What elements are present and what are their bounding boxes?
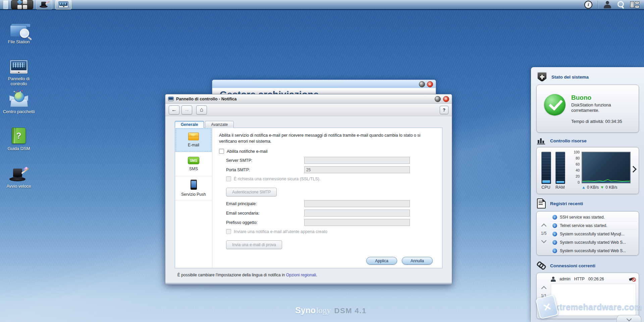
log-list: iSSH service was started. iTelnet servic… xyxy=(551,213,637,255)
desktop-icon-label: File Station xyxy=(0,39,38,44)
taskbar-item-quick-start[interactable] xyxy=(36,0,52,9)
nav-item-push-service[interactable]: Servizio Push xyxy=(175,176,212,200)
footnote: È possibile cambiare l'impostazione dell… xyxy=(177,273,317,277)
dialog-body: Generale Avanzate E-mail SMS SMS Servizi xyxy=(165,116,452,285)
log-row[interactable]: iSystem successfully started Web S... xyxy=(551,247,637,255)
pilot-view-icon[interactable]: i xyxy=(584,1,592,9)
send-test-email-button[interactable]: Invia una e-mail di prova xyxy=(226,240,282,249)
taskbar: i xyxy=(0,0,644,10)
recent-logs-widget: 1/5 iSSH service was started. iTelnet se… xyxy=(536,211,639,256)
panel-collapse-button[interactable] xyxy=(616,315,641,322)
package-center-icon xyxy=(9,91,28,107)
dialog-title: Pannello di controllo - Notifica xyxy=(176,97,432,101)
log-row[interactable]: iTelnet service was started. xyxy=(551,222,637,230)
minimize-button[interactable] xyxy=(419,81,425,87)
desktop-icon-quick-start[interactable]: Avvio veloce xyxy=(0,164,38,189)
enable-email-checkbox[interactable] xyxy=(219,149,224,154)
page-up-icon[interactable] xyxy=(541,224,546,229)
connections-list-area xyxy=(551,284,636,316)
tab-panel: E-mail SMS SMS Servizio Push Abilita il … xyxy=(175,128,442,268)
network-speeds: ▲ 0 KB/s ▼ 0 KB/s xyxy=(582,185,618,190)
field-label: Prefisso oggetto: xyxy=(226,220,304,225)
dsm-brand: Synology DSM 4.1 xyxy=(295,306,367,315)
file-station-icon xyxy=(10,24,28,37)
page-down-icon[interactable] xyxy=(541,301,546,306)
current-connections-widget: 1/1 admin HTTP 00:26:26 xyxy=(536,273,639,319)
system-status-header: Stato del sistema xyxy=(531,67,644,85)
smtp-auth-button[interactable]: Autenticazione SMTP xyxy=(226,188,277,196)
notify-new-user-checkbox[interactable] xyxy=(226,229,231,234)
smtp-server-input[interactable] xyxy=(304,157,410,164)
tab-bar: Generale Avanzate xyxy=(175,121,234,128)
nav-item-sms[interactable]: SMS SMS xyxy=(175,152,212,176)
close-icon[interactable]: × xyxy=(443,96,449,102)
field-label: Porta SMTP: xyxy=(226,168,304,172)
desktop-icon-label: Guida DSM xyxy=(0,146,38,151)
desktop-icon-control-panel[interactable]: Pannello di controllo xyxy=(0,56,38,86)
page-indicator: 1/5 xyxy=(541,231,547,236)
connection-row[interactable]: admin HTTP 00:26:26 xyxy=(551,275,636,283)
dialog-titlebar[interactable]: Pannello di controllo - Notifica × xyxy=(165,94,452,104)
log-row[interactable]: iSystem successfully started Web S... xyxy=(551,238,637,247)
network-axis: 100 80 60 40 20 0 xyxy=(569,150,580,184)
regional-options-link[interactable]: Opzioni regionali xyxy=(286,273,316,277)
secondary-email-input[interactable] xyxy=(304,210,410,217)
connection-protocol: HTTP xyxy=(574,277,585,281)
status-detail: DiskStation funziona correttamente. xyxy=(571,102,625,113)
page-up-icon[interactable] xyxy=(541,286,546,291)
search-icon[interactable] xyxy=(617,1,625,9)
dialog-toolbar: ← → ⌂ ? xyxy=(165,104,452,116)
cpu-meter xyxy=(541,152,551,184)
recent-logs-header: Registri recenti xyxy=(531,194,644,211)
tab-generale[interactable]: Generale xyxy=(175,121,204,128)
minimize-button[interactable] xyxy=(435,96,441,102)
desktop-icon-label: Avvio veloce xyxy=(0,184,38,189)
taskbar-tray: i xyxy=(584,1,641,9)
primary-email-input[interactable] xyxy=(304,200,410,207)
desktop-icon-label: Pannello di controllo xyxy=(0,76,38,86)
home-button[interactable]: ⌂ xyxy=(196,105,207,114)
page-down-icon[interactable] xyxy=(541,238,546,243)
user-icon[interactable] xyxy=(603,1,611,8)
tab-avanzate[interactable]: Avanzate xyxy=(205,121,234,128)
field-label: Email secondaria: xyxy=(226,211,304,216)
field-label: Email principale: xyxy=(226,201,304,206)
phone-icon xyxy=(191,180,197,190)
taskbar-item-control-panel[interactable] xyxy=(55,0,71,9)
subject-prefix-input[interactable] xyxy=(304,219,410,226)
main-menu-icon xyxy=(17,0,27,9)
widgets-icon[interactable] xyxy=(630,1,639,8)
current-connections-header: Connessioni correnti xyxy=(531,256,644,273)
apply-button[interactable]: Applica xyxy=(366,257,397,265)
nav-item-label: Servizio Push xyxy=(181,192,206,197)
resource-monitor-widget: CPU RAM 100 80 60 40 20 0 ▲ 0 KB/s ▼ xyxy=(536,147,639,194)
control-panel-icon xyxy=(58,1,68,8)
window-titlebar[interactable]: × xyxy=(212,80,436,88)
nav-item-email[interactable]: E-mail xyxy=(175,128,212,152)
info-icon: i xyxy=(552,248,557,253)
help-button[interactable]: ? xyxy=(440,106,448,114)
desktop-icon-package-center[interactable]: Centro pacchetti xyxy=(0,89,38,114)
forward-button[interactable]: → xyxy=(181,105,192,114)
desktop-icon-dsm-help[interactable]: ? Guida DSM xyxy=(0,126,38,151)
log-row[interactable]: iSSH service was started. xyxy=(551,213,637,222)
network-chart xyxy=(582,152,631,183)
ssl-checkbox[interactable] xyxy=(226,176,231,181)
close-icon[interactable]: × xyxy=(427,81,433,87)
desktop-icon-file-station[interactable]: File Station xyxy=(0,19,38,44)
form-description: Abilita il servizio di notifica e-mail p… xyxy=(219,132,435,144)
cancel-button[interactable]: Annulla xyxy=(402,257,433,265)
notification-nav: E-mail SMS SMS Servizio Push xyxy=(175,128,212,268)
disconnect-icon[interactable] xyxy=(629,277,636,282)
uptime-text: Tempo di attività: 00:34:35 xyxy=(571,119,625,124)
desktop: i File Station Pannello di controllo Cen… xyxy=(0,0,644,322)
show-desktop-button[interactable] xyxy=(3,0,8,9)
smtp-port-input[interactable] xyxy=(304,166,410,173)
main-menu-button[interactable] xyxy=(11,0,33,9)
chevron-right-icon[interactable] xyxy=(630,166,637,173)
field-label: Server SMTP: xyxy=(226,158,304,163)
info-icon: i xyxy=(552,240,557,245)
magic-hat-icon xyxy=(40,1,49,8)
log-row[interactable]: iSystem successfully started Mysql... xyxy=(551,230,637,238)
back-button[interactable]: ← xyxy=(169,105,179,114)
